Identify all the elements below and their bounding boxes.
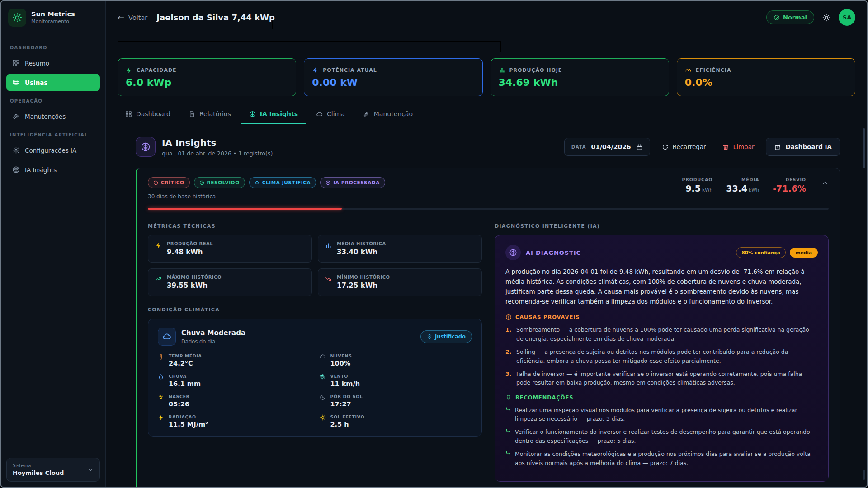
weather-chuva: CHUVA16.1 mm [158,374,311,387]
recommendations-heading: RECOMENDAÇÕES [505,394,818,401]
ai-diagnostic-card: AI DIAGNOSTIC 80% confiança media A prod… [495,235,829,482]
reload-button[interactable]: Recarregar [657,139,711,155]
confidence-badge: 80% confiança [736,247,785,258]
stat-label: CAPACIDADE [137,67,177,73]
calendar-icon [636,144,643,150]
sidebar-item-configuracoes-ia[interactable]: Configurações IA [6,141,100,159]
metric-maximo-historico: MÁXIMO HISTÓRICO 39.55 kWh [148,268,312,296]
bar-chart-icon [325,242,332,249]
badge-resolvido: RESOLVIDO [194,177,245,188]
page-title: Jaelson da Silva 7,44 kWp [156,13,275,22]
sunrise-icon [158,394,164,400]
chevron-up-icon[interactable] [821,180,829,187]
badges-row: CRÍTICO RESOLVIDO CLIMA JUSTIFICA [148,177,385,188]
record-header[interactable]: CRÍTICO RESOLVIDO CLIMA JUSTIFICA [148,177,829,200]
summary-producao: PRODUÇÃO 9.5kWh [682,177,713,193]
bar-chart-icon [499,67,505,74]
weather-card: Chuva Moderada Dados do dia Justificado [148,319,482,437]
sidebar-item-usinas[interactable]: Usinas [6,74,100,91]
thermometer-icon [158,353,164,360]
tab-label: Clima [327,110,345,117]
sidebar: Sun Metrics Monitoramento DASHBOARD Resu… [1,1,106,487]
system-value: Hoymiles Cloud [13,469,64,476]
system-selector[interactable]: Sistema Hoymiles Cloud [6,458,100,482]
status-label: Normal [783,14,807,21]
tab-manutencao[interactable]: Manutenção [355,105,420,124]
date-label: DATA [571,145,586,150]
check-circle-icon [199,180,204,185]
nav-section-dashboard: DASHBOARD [10,45,96,50]
tab-label: Manutenção [374,110,413,117]
moon-icon [320,394,326,400]
brand-title: Sun Metrics [31,10,75,18]
cloud-icon [316,111,323,117]
chevron-down-icon [87,467,94,473]
shield-check-icon [427,334,432,339]
weather-vento: VENTO11 km/h [320,374,472,387]
corner-arrow-icon [505,407,511,423]
corner-arrow-icon [505,450,511,467]
document-icon [189,111,195,117]
record-body: MÉTRICAS TÉCNICAS PRODUÇÃO REAL 9.48 kWh [148,223,829,482]
left-column: MÉTRICAS TÉCNICAS PRODUÇÃO REAL 9.48 kWh [148,223,482,482]
tab-label: IA Insights [260,110,298,117]
stat-label: POTÊNCIA ATUAL [323,67,377,73]
badge-clima-justifica: CLIMA JUSTIFICA [249,177,316,188]
stat-card-producao: PRODUÇÃO HOJE 34.69 kWh [491,58,669,96]
metric-minimo-historico: MÍNIMO HISTÓRICO 17.25 kWh [318,268,482,296]
recommendation-item: Verificar o funcionamento do inversor e … [505,427,818,445]
badge-critico: CRÍTICO [148,177,190,188]
sidebar-item-label: Resumo [25,60,49,67]
date-input[interactable]: DATA 01/04/2026 [564,138,650,156]
arrow-left-icon: ← [118,13,124,22]
causes-heading: CAUSAS PROVÁVEIS [505,314,818,320]
sidebar-item-label: IA Insights [25,166,57,174]
insight-record-card: CRÍTICO RESOLVIDO CLIMA JUSTIFICA [136,168,840,487]
tab-ia-insights[interactable]: IA Insights [241,105,306,124]
grid-icon [125,111,132,117]
cause-item: 3. Falha de inversor — é importante veri… [505,370,818,387]
weather-subtitle: Dados do dia [181,338,245,345]
metrics-grid: PRODUÇÃO REAL 9.48 kWh MÉDIA HISTÓRICA 3… [148,235,482,296]
brain-icon [12,166,20,174]
scrollbar-thumb[interactable] [863,128,865,168]
system-label: Sistema [13,463,64,468]
dashboard-ia-button[interactable]: Dashboard IA [766,138,840,156]
sidebar-nav: DASHBOARD Resumo Usinas OPERAÇÃO Manuten… [1,34,105,452]
insights-controls: DATA 01/04/2026 Recarregar Limpar [564,138,840,156]
tab-dashboard[interactable]: Dashboard [118,105,178,124]
metrics-heading: MÉTRICAS TÉCNICAS [148,223,482,229]
tab-clima[interactable]: Clima [308,105,353,124]
avatar[interactable]: SA [839,9,855,26]
metric-producao-real: PRODUÇÃO REAL 9.48 kWh [148,235,312,263]
brand: Sun Metrics Monitoramento [1,1,105,34]
back-button[interactable]: ← Voltar [118,13,147,22]
sidebar-item-resumo[interactable]: Resumo [6,54,100,72]
stats-row: CAPACIDADE 6.0 kWp POTÊNCIA ATUAL 0.00 k… [118,58,855,96]
theme-toggle-sun-icon[interactable] [822,14,830,22]
stat-label: EFICIÊNCIA [696,67,731,73]
trend-up-icon [155,276,162,282]
stat-card-capacidade: CAPACIDADE 6.0 kWp [118,58,296,96]
weather-temp-media: TEMP MÉDIA24.2°C [158,353,311,367]
diagnosis-heading: DIAGNÓSTICO INTELIGENTE (IA) [495,223,829,229]
stat-card-eficiencia: EFICIÊNCIA 0.0% [677,58,855,96]
sidebar-item-manutencoes[interactable]: Manutenções [6,108,100,125]
clear-button[interactable]: Limpar [718,139,759,155]
metric-media-historica: MÉDIA HISTÓRICA 33.40 kWh [318,235,482,263]
brain-icon [136,137,156,157]
sidebar-item-ia-insights[interactable]: IA Insights [6,161,100,178]
gear-icon [12,146,20,154]
cloud-icon [158,328,176,346]
stat-value: 34.69 kWh [499,77,661,88]
wrench-icon [12,113,20,120]
stat-value: 0.0% [685,77,847,88]
clear-label: Limpar [733,143,755,150]
summary-desvio: DESVIO -71.6% [773,177,806,193]
deviation-progress-track [148,208,829,210]
weather-heading: CONDIÇÃO CLIMÁTICA [148,307,482,313]
stat-value: 0.00 kW [312,77,474,88]
tab-relatorios[interactable]: Relatórios [181,105,239,124]
reload-label: Recarregar [673,143,706,150]
alert-circle-icon [153,180,158,185]
